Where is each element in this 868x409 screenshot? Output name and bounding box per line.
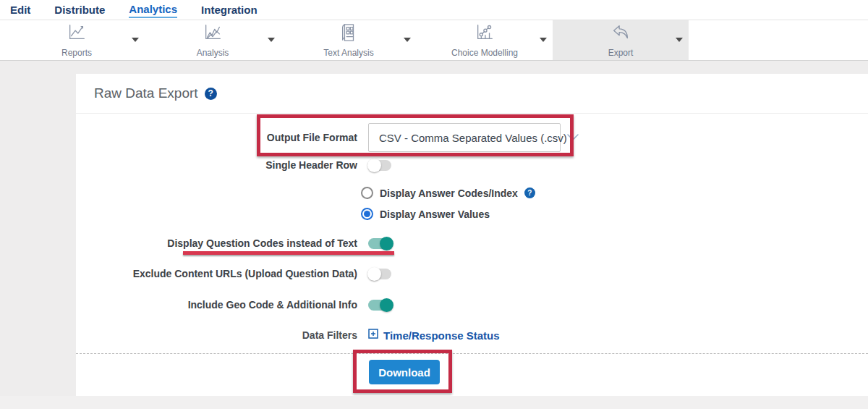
top-nav: Edit Distribute Analytics Integration (0, 0, 868, 20)
nav-item-integration[interactable]: Integration (201, 3, 258, 17)
toolbar-item-label: Export (608, 48, 634, 58)
chevron-down-icon[interactable] (268, 38, 275, 42)
output-format-select[interactable]: CSV - Comma Separated Values (.csv) (368, 123, 561, 152)
question-codes-toggle[interactable] (368, 238, 394, 249)
time-response-status-link[interactable]: Time/Response Status (368, 329, 500, 342)
geo-code-row: Include Geo Code & Additional Info (76, 297, 394, 313)
chevron-down-icon[interactable] (540, 38, 547, 42)
toolbar-item-choice-modelling[interactable]: Choice Modelling (417, 20, 553, 60)
exclude-urls-row: Exclude Content URLs (Upload Question Da… (76, 266, 394, 282)
chevron-down-icon[interactable] (132, 38, 139, 42)
data-filters-row: Data Filters Time/Response Status (76, 327, 500, 343)
answer-values-radio[interactable] (361, 208, 373, 220)
annotation-underline-question-codes (183, 251, 394, 255)
toolbar-item-reports[interactable]: Reports (9, 20, 145, 60)
scatter-chart-icon (474, 22, 495, 46)
report-document-icon (339, 22, 358, 46)
dashed-divider (76, 353, 868, 354)
single-header-toggle[interactable] (368, 160, 394, 171)
help-icon[interactable]: ? (205, 88, 217, 100)
output-format-value: CSV - Comma Separated Values (.csv) (379, 132, 567, 144)
nav-item-edit[interactable]: Edit (10, 3, 30, 17)
answer-codes-label: Display Answer Codes/Index (380, 187, 518, 199)
geo-code-toggle[interactable] (368, 300, 394, 311)
line-chart-icon (66, 22, 88, 46)
toolbar-item-analysis[interactable]: Analysis (145, 20, 281, 60)
exclude-urls-label: Exclude Content URLs (Upload Question Da… (76, 268, 357, 279)
toggle-knob (367, 267, 381, 281)
geo-code-label: Include Geo Code & Additional Info (76, 299, 357, 311)
output-format-label: Output File Format (76, 132, 357, 143)
question-codes-row: Display Question Codes instead of Text (76, 235, 394, 251)
analytics-toolbar: Reports Analysis Text Analysis Choice Mo… (0, 20, 868, 61)
chevron-down-icon[interactable] (676, 38, 683, 42)
page-title: Raw Data Export (94, 85, 198, 101)
answer-values-option: Display Answer Values (361, 208, 490, 220)
single-header-row: Single Header Row (76, 157, 394, 173)
answer-codes-radio[interactable] (361, 187, 373, 199)
time-response-status-label: Time/Response Status (383, 329, 500, 342)
toolbar-item-label: Choice Modelling (451, 48, 518, 58)
nav-item-analytics[interactable]: Analytics (129, 2, 177, 18)
toggle-knob (380, 298, 393, 312)
page-background-strip (0, 396, 868, 409)
chevron-down-icon (567, 131, 579, 144)
toolbar-item-label: Analysis (197, 48, 229, 58)
help-icon[interactable]: ? (524, 187, 535, 198)
panel-header: Raw Data Export ? (76, 74, 868, 114)
toggle-knob (380, 237, 393, 250)
toolbar-item-label: Text Analysis (323, 48, 373, 58)
answer-codes-option: Display Answer Codes/Index ? (361, 187, 535, 199)
exclude-urls-toggle[interactable] (368, 269, 394, 279)
download-button[interactable]: Download (369, 360, 440, 384)
chevron-down-icon[interactable] (404, 38, 411, 42)
expand-plus-icon (368, 329, 378, 342)
toolbar-item-export[interactable]: Export (553, 20, 689, 60)
output-format-row: Output File Format CSV - Comma Separated… (76, 123, 561, 152)
multi-line-chart-icon (202, 22, 224, 46)
nav-item-distribute[interactable]: Distribute (54, 3, 105, 17)
toolbar-item-label: Reports (61, 48, 92, 58)
raw-data-export-panel: Raw Data Export ? Output File Format CSV… (76, 74, 868, 396)
answer-values-label: Display Answer Values (380, 208, 490, 220)
toolbar-item-text-analysis[interactable]: Text Analysis (281, 20, 417, 60)
toggle-knob (367, 159, 381, 172)
export-arrow-icon (610, 22, 631, 46)
data-filters-label: Data Filters (76, 329, 357, 341)
single-header-label: Single Header Row (76, 159, 357, 171)
question-codes-label: Display Question Codes instead of Text (76, 237, 357, 249)
